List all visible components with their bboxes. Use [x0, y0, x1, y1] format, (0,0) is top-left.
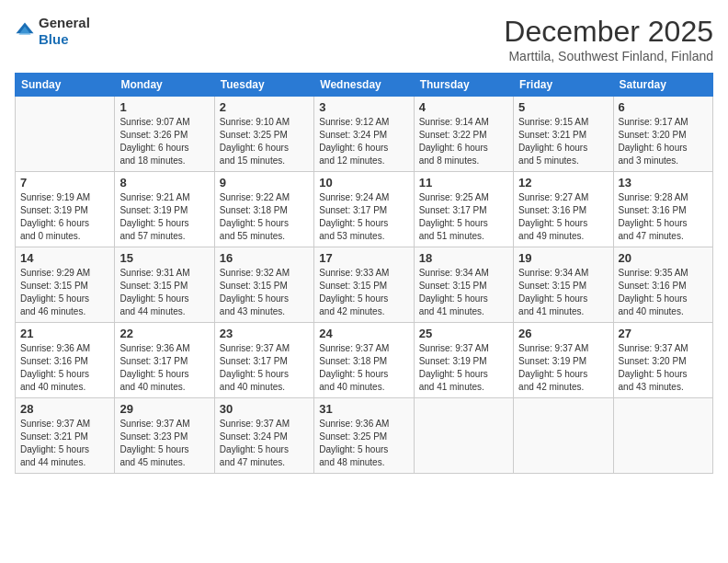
day-number: 27	[619, 327, 708, 340]
weekday-header-tuesday: Tuesday	[214, 74, 313, 97]
day-number: 14	[20, 251, 109, 265]
day-number: 1	[119, 100, 209, 114]
day-info: Sunrise: 9:31 AMSunset: 3:15 PMDaylight:…	[119, 267, 209, 318]
day-number: 31	[319, 402, 408, 416]
day-info: Sunrise: 9:33 AMSunset: 3:15 PMDaylight:…	[319, 267, 408, 318]
calendar-cell: 31Sunrise: 9:36 AMSunset: 3:25 PMDayligh…	[314, 398, 414, 474]
logo-text: General Blue	[39, 15, 90, 48]
day-info: Sunrise: 9:19 AMSunset: 3:19 PMDaylight:…	[20, 191, 109, 243]
calendar-cell: 18Sunrise: 9:34 AMSunset: 3:15 PMDayligh…	[414, 247, 513, 323]
day-info: Sunrise: 9:37 AMSunset: 3:17 PMDaylight:…	[220, 342, 309, 394]
calendar-week-2: 7Sunrise: 9:19 AMSunset: 3:19 PMDaylight…	[16, 172, 713, 247]
day-info: Sunrise: 9:37 AMSunset: 3:21 PMDaylight:…	[20, 418, 109, 469]
calendar-cell: 8Sunrise: 9:21 AMSunset: 3:19 PMDaylight…	[115, 172, 214, 247]
calendar-cell: 1Sunrise: 9:07 AMSunset: 3:26 PMDaylight…	[115, 97, 214, 172]
location-title: Marttila, Southwest Finland, Finland	[504, 49, 713, 63]
weekday-header-saturday: Saturday	[613, 74, 712, 97]
calendar-cell	[414, 398, 513, 474]
logo-blue: Blue	[39, 31, 69, 47]
weekday-header-wednesday: Wednesday	[314, 74, 414, 97]
weekday-header-monday: Monday	[115, 74, 214, 97]
calendar-week-4: 21Sunrise: 9:36 AMSunset: 3:16 PMDayligh…	[16, 323, 713, 398]
calendar-cell: 26Sunrise: 9:37 AMSunset: 3:19 PMDayligh…	[514, 323, 613, 398]
weekday-header-friday: Friday	[514, 74, 613, 97]
day-number: 18	[419, 251, 508, 265]
day-info: Sunrise: 9:29 AMSunset: 3:15 PMDaylight:…	[20, 267, 109, 318]
day-info: Sunrise: 9:12 AMSunset: 3:24 PMDaylight:…	[319, 116, 408, 167]
weekday-header-sunday: Sunday	[16, 74, 115, 97]
calendar-week-1: 1Sunrise: 9:07 AMSunset: 3:26 PMDaylight…	[16, 97, 713, 172]
month-title: December 2025	[504, 15, 713, 49]
day-info: Sunrise: 9:17 AMSunset: 3:20 PMDaylight:…	[619, 116, 708, 167]
day-number: 20	[619, 251, 708, 265]
day-info: Sunrise: 9:37 AMSunset: 3:24 PMDaylight:…	[220, 418, 309, 469]
day-info: Sunrise: 9:36 AMSunset: 3:16 PMDaylight:…	[20, 342, 109, 394]
logo: General Blue	[15, 15, 90, 48]
day-info: Sunrise: 9:15 AMSunset: 3:21 PMDaylight:…	[518, 116, 608, 167]
calendar-cell: 30Sunrise: 9:37 AMSunset: 3:24 PMDayligh…	[214, 398, 313, 474]
calendar-cell	[16, 97, 115, 172]
weekday-header-row: SundayMondayTuesdayWednesdayThursdayFrid…	[16, 74, 713, 97]
calendar-cell: 10Sunrise: 9:24 AMSunset: 3:17 PMDayligh…	[314, 172, 414, 247]
day-info: Sunrise: 9:36 AMSunset: 3:17 PMDaylight:…	[119, 342, 209, 394]
calendar-cell: 15Sunrise: 9:31 AMSunset: 3:15 PMDayligh…	[115, 247, 214, 323]
page-header: General Blue December 2025 Marttila, Sou…	[15, 15, 713, 63]
calendar-cell: 13Sunrise: 9:28 AMSunset: 3:16 PMDayligh…	[613, 172, 712, 247]
day-info: Sunrise: 9:37 AMSunset: 3:19 PMDaylight:…	[518, 342, 608, 394]
calendar-cell: 24Sunrise: 9:37 AMSunset: 3:18 PMDayligh…	[314, 323, 414, 398]
calendar-cell: 14Sunrise: 9:29 AMSunset: 3:15 PMDayligh…	[16, 247, 115, 323]
day-number: 29	[119, 402, 209, 416]
calendar-cell: 21Sunrise: 9:36 AMSunset: 3:16 PMDayligh…	[16, 323, 115, 398]
day-number: 23	[220, 327, 309, 340]
calendar-table: SundayMondayTuesdayWednesdayThursdayFrid…	[15, 73, 713, 474]
logo-icon	[15, 21, 35, 41]
calendar-cell: 7Sunrise: 9:19 AMSunset: 3:19 PMDaylight…	[16, 172, 115, 247]
day-number: 30	[220, 402, 309, 416]
calendar-week-3: 14Sunrise: 9:29 AMSunset: 3:15 PMDayligh…	[16, 247, 713, 323]
calendar-cell	[514, 398, 613, 474]
day-info: Sunrise: 9:27 AMSunset: 3:16 PMDaylight:…	[518, 191, 608, 243]
day-info: Sunrise: 9:25 AMSunset: 3:17 PMDaylight:…	[419, 191, 508, 243]
day-info: Sunrise: 9:34 AMSunset: 3:15 PMDaylight:…	[518, 267, 608, 318]
day-info: Sunrise: 9:37 AMSunset: 3:23 PMDaylight:…	[119, 418, 209, 469]
day-number: 24	[319, 327, 408, 340]
calendar-cell: 25Sunrise: 9:37 AMSunset: 3:19 PMDayligh…	[414, 323, 513, 398]
calendar-cell: 3Sunrise: 9:12 AMSunset: 3:24 PMDaylight…	[314, 97, 414, 172]
day-info: Sunrise: 9:22 AMSunset: 3:18 PMDaylight:…	[220, 191, 309, 243]
day-info: Sunrise: 9:10 AMSunset: 3:25 PMDaylight:…	[220, 116, 309, 167]
logo-general: General	[39, 15, 90, 30]
title-section: December 2025 Marttila, Southwest Finlan…	[504, 15, 713, 63]
day-number: 11	[419, 176, 508, 190]
day-info: Sunrise: 9:37 AMSunset: 3:18 PMDaylight:…	[319, 342, 408, 394]
day-info: Sunrise: 9:37 AMSunset: 3:20 PMDaylight:…	[619, 342, 708, 394]
day-info: Sunrise: 9:34 AMSunset: 3:15 PMDaylight:…	[419, 267, 508, 318]
calendar-cell: 16Sunrise: 9:32 AMSunset: 3:15 PMDayligh…	[214, 247, 313, 323]
day-number: 6	[619, 100, 708, 114]
calendar-cell: 9Sunrise: 9:22 AMSunset: 3:18 PMDaylight…	[214, 172, 313, 247]
day-number: 2	[220, 100, 309, 114]
calendar-cell: 27Sunrise: 9:37 AMSunset: 3:20 PMDayligh…	[613, 323, 712, 398]
day-number: 10	[319, 176, 408, 190]
day-number: 25	[419, 327, 508, 340]
day-info: Sunrise: 9:35 AMSunset: 3:16 PMDaylight:…	[619, 267, 708, 318]
day-number: 3	[319, 100, 408, 114]
calendar-cell: 4Sunrise: 9:14 AMSunset: 3:22 PMDaylight…	[414, 97, 513, 172]
day-number: 19	[518, 251, 608, 265]
day-number: 17	[319, 251, 408, 265]
day-number: 7	[20, 176, 109, 190]
day-number: 8	[119, 176, 209, 190]
day-info: Sunrise: 9:21 AMSunset: 3:19 PMDaylight:…	[119, 191, 209, 243]
day-number: 4	[419, 100, 508, 114]
day-number: 15	[119, 251, 209, 265]
day-info: Sunrise: 9:36 AMSunset: 3:25 PMDaylight:…	[319, 418, 408, 469]
calendar-cell: 19Sunrise: 9:34 AMSunset: 3:15 PMDayligh…	[514, 247, 613, 323]
day-info: Sunrise: 9:14 AMSunset: 3:22 PMDaylight:…	[419, 116, 508, 167]
day-info: Sunrise: 9:32 AMSunset: 3:15 PMDaylight:…	[220, 267, 309, 318]
weekday-header-thursday: Thursday	[414, 74, 513, 97]
day-number: 9	[220, 176, 309, 190]
day-number: 5	[518, 100, 608, 114]
day-number: 12	[518, 176, 608, 190]
day-info: Sunrise: 9:28 AMSunset: 3:16 PMDaylight:…	[619, 191, 708, 243]
day-info: Sunrise: 9:07 AMSunset: 3:26 PMDaylight:…	[119, 116, 209, 167]
day-number: 16	[220, 251, 309, 265]
